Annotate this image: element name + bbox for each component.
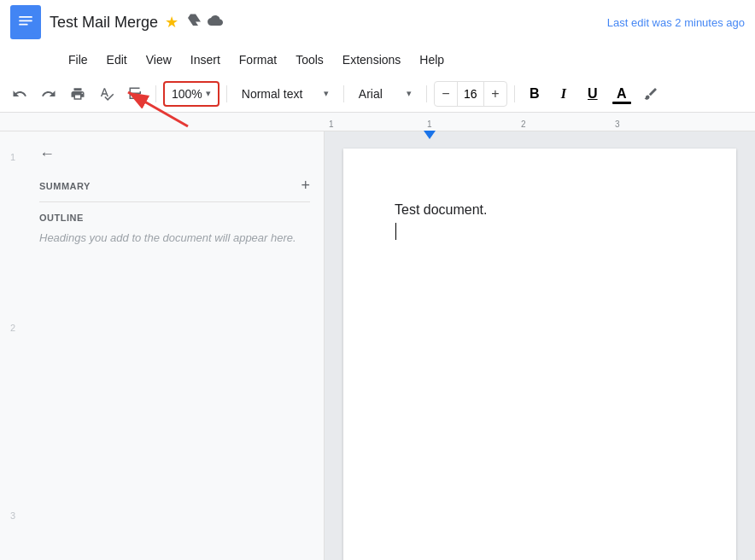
spell-check-button[interactable] xyxy=(94,81,120,107)
style-chevron-icon: ▾ xyxy=(324,88,329,99)
toolbar-separator-4 xyxy=(426,85,427,102)
title-bar: Test Mail Merge ★ Last edit was 2 minute… xyxy=(0,0,755,44)
italic-button[interactable]: I xyxy=(551,81,576,107)
zoom-selector[interactable]: 100% ▾ xyxy=(163,81,219,107)
document-area[interactable]: Test document. xyxy=(325,131,755,560)
tab-indicator xyxy=(423,131,436,141)
sidebar: ← SUMMARY + OUTLINE Headings you add to … xyxy=(26,131,325,560)
ruler-mark-4: 3 xyxy=(615,120,620,129)
font-color-indicator xyxy=(612,102,631,104)
style-value: Normal text xyxy=(242,87,303,101)
paint-format-button[interactable] xyxy=(123,81,149,107)
title-area: Test Mail Merge ★ Last edit was 2 minute… xyxy=(50,13,745,32)
toolbar-separator-5 xyxy=(514,85,515,102)
svg-rect-2 xyxy=(17,10,35,34)
sidebar-outline-label: OUTLINE xyxy=(39,213,310,223)
line-numbers: 1 2 3 xyxy=(0,131,26,560)
highlighter-button[interactable] xyxy=(638,81,664,107)
sidebar-divider xyxy=(39,201,310,202)
drive-icon[interactable] xyxy=(185,13,201,32)
redo-button[interactable] xyxy=(36,81,61,107)
font-color-label: A xyxy=(617,86,627,102)
undo-button[interactable] xyxy=(7,81,32,107)
toolbar-separator-3 xyxy=(343,85,344,102)
sidebar-add-button[interactable]: + xyxy=(301,177,310,195)
font-size-decrease-button[interactable]: − xyxy=(435,82,457,106)
font-size-value[interactable]: 16 xyxy=(457,82,484,106)
menu-tools[interactable]: Tools xyxy=(287,50,332,70)
bold-button[interactable]: B xyxy=(522,81,547,107)
toolbar: 100% ▾ Normal text ▾ Arial ▾ − 16 + B I … xyxy=(0,75,755,113)
font-color-button[interactable]: A xyxy=(609,81,635,107)
sidebar-summary-section: SUMMARY + xyxy=(39,177,310,195)
document-title[interactable]: Test Mail Merge xyxy=(50,14,158,32)
menu-file[interactable]: File xyxy=(60,50,97,70)
cloud-icon[interactable] xyxy=(208,13,223,32)
font-size-increase-button[interactable]: + xyxy=(484,82,506,106)
last-edit-label: Last edit was 2 minutes ago xyxy=(607,16,745,29)
menu-insert[interactable]: Insert xyxy=(182,50,229,70)
zoom-value: 100% xyxy=(172,87,202,101)
svg-rect-4 xyxy=(19,20,32,21)
print-button[interactable] xyxy=(65,81,91,107)
ruler: 1 1 2 3 xyxy=(0,113,755,131)
menu-format[interactable]: Format xyxy=(231,50,285,70)
ruler-mark-2: 1 xyxy=(427,120,432,129)
line-num-2: 2 xyxy=(10,319,15,336)
document-content[interactable]: Test document. xyxy=(395,200,685,241)
menu-bar: File Edit View Insert Format Tools Exten… xyxy=(0,44,755,75)
main-area: 1 2 3 ← SUMMARY + OUTLINE Headings you a… xyxy=(0,131,755,560)
toolbar-separator-1 xyxy=(155,85,156,102)
sidebar-outline-hint: Headings you add to the document will ap… xyxy=(39,230,310,247)
font-value: Arial xyxy=(359,87,383,101)
document-text: Test document. xyxy=(395,202,488,217)
ruler-mark-3: 2 xyxy=(521,120,526,129)
menu-extensions[interactable]: Extensions xyxy=(334,50,409,70)
font-size-control: − 16 + xyxy=(434,81,507,107)
sidebar-back-button[interactable]: ← xyxy=(39,145,310,163)
style-selector[interactable]: Normal text ▾ xyxy=(234,81,337,107)
ruler-mark-1: 1 xyxy=(329,120,334,129)
font-selector[interactable]: Arial ▾ xyxy=(351,81,419,107)
svg-rect-5 xyxy=(19,24,28,26)
text-cursor xyxy=(395,223,396,240)
underline-button[interactable]: U xyxy=(580,81,606,107)
document-page[interactable]: Test document. xyxy=(343,149,736,560)
sidebar-summary-label: SUMMARY xyxy=(39,181,91,191)
toolbar-separator-2 xyxy=(226,85,227,102)
star-icon[interactable]: ★ xyxy=(165,13,179,32)
line-num-3: 3 xyxy=(10,507,15,524)
font-chevron-icon: ▾ xyxy=(407,88,412,99)
line-num-1: 1 xyxy=(10,149,15,166)
menu-edit[interactable]: Edit xyxy=(98,50,136,70)
zoom-chevron-icon: ▾ xyxy=(206,88,211,99)
doc-icon xyxy=(10,5,41,39)
menu-help[interactable]: Help xyxy=(411,50,453,70)
svg-rect-3 xyxy=(19,16,32,18)
menu-view[interactable]: View xyxy=(138,50,180,70)
